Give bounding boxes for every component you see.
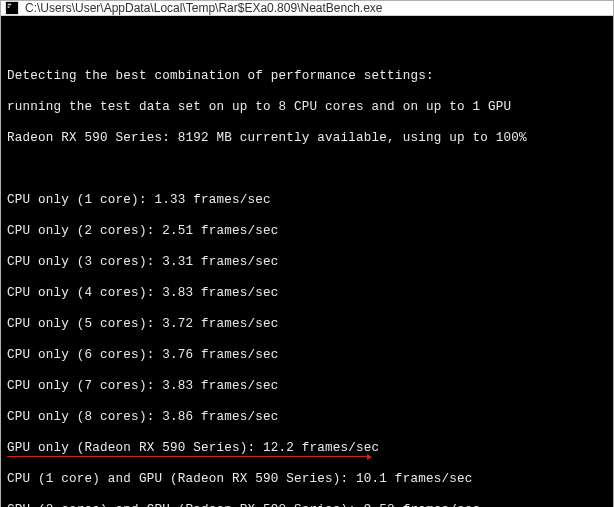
- cpu-gpu-line: CPU (1 core) and GPU (Radeon RX 590 Seri…: [7, 472, 607, 488]
- intro-line: running the test data set on up to 8 CPU…: [7, 100, 607, 116]
- app-window: C:\Users\User\AppData\Local\Temp\Rar$EXa…: [0, 0, 614, 507]
- app-icon: [5, 1, 19, 15]
- cpu-only-line: CPU only (7 cores): 3.83 frames/sec: [7, 379, 607, 395]
- cpu-only-line: CPU only (4 cores): 3.83 frames/sec: [7, 286, 607, 302]
- intro-line: Detecting the best combination of perfor…: [7, 69, 607, 85]
- cpu-only-line: CPU only (2 cores): 2.51 frames/sec: [7, 224, 607, 240]
- cpu-only-line: CPU only (1 core): 1.33 frames/sec: [7, 193, 607, 209]
- svg-rect-2: [8, 6, 10, 8]
- console-output[interactable]: Detecting the best combination of perfor…: [1, 16, 613, 507]
- cpu-only-line: CPU only (3 cores): 3.31 frames/sec: [7, 255, 607, 271]
- cpu-gpu-line: CPU (2 cores) and GPU (Radeon RX 590 Ser…: [7, 503, 607, 508]
- cpu-only-line: CPU only (5 cores): 3.72 frames/sec: [7, 317, 607, 333]
- cpu-only-line: CPU only (6 cores): 3.76 frames/sec: [7, 348, 607, 364]
- gpu-only-line: GPU only (Radeon RX 590 Series): 12.2 fr…: [7, 441, 607, 457]
- titlebar[interactable]: C:\Users\User\AppData\Local\Temp\Rar$EXa…: [1, 1, 613, 16]
- highlight-underline: [7, 456, 367, 457]
- intro-line: Radeon RX 590 Series: 8192 MB currently …: [7, 131, 607, 147]
- svg-rect-1: [8, 4, 12, 6]
- window-title: C:\Users\User\AppData\Local\Temp\Rar$EXa…: [25, 1, 383, 15]
- highlight-arrow-icon: [367, 454, 372, 460]
- cpu-only-line: CPU only (8 cores): 3.86 frames/sec: [7, 410, 607, 426]
